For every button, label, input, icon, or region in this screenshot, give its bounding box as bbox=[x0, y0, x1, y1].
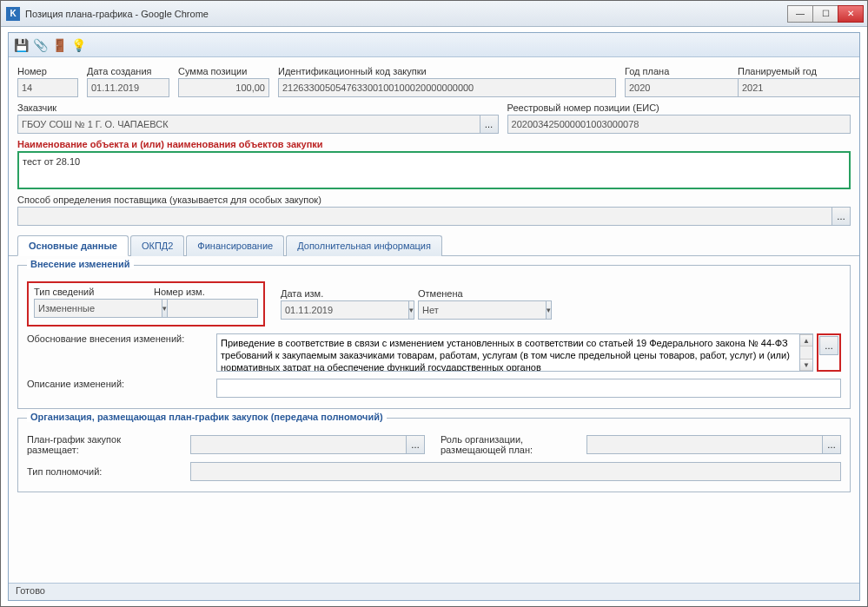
changes-group-title: Внесение изменений bbox=[27, 259, 134, 269]
org-role-lookup-button[interactable]: … bbox=[822, 435, 841, 454]
sum-label: Сумма позиции bbox=[178, 66, 269, 76]
desc-label: Описание изменений: bbox=[27, 379, 124, 389]
org-role-field[interactable] bbox=[586, 435, 823, 454]
regnum-label: Реестровый номер позиции (ЕИС) bbox=[507, 102, 851, 113]
cancel-field[interactable] bbox=[418, 300, 547, 320]
type-dropdown-icon[interactable]: ▾ bbox=[162, 299, 168, 318]
plan-place-lookup-button[interactable]: … bbox=[406, 435, 425, 454]
plan-year-label: Год плана bbox=[625, 66, 729, 76]
org-role-label: Роль организации, размещающей план: bbox=[441, 434, 533, 455]
number-field[interactable] bbox=[17, 78, 78, 97]
exit-icon[interactable]: 🚪 bbox=[52, 38, 66, 52]
ikz-label: Идентификационный код закупки bbox=[278, 66, 616, 76]
created-field[interactable] bbox=[87, 78, 169, 97]
reason-lookup-button[interactable]: … bbox=[819, 336, 838, 355]
scroll-up-icon[interactable]: ▲ bbox=[800, 334, 812, 346]
reason-field[interactable]: Приведение в соответствие в связи с изме… bbox=[216, 333, 800, 372]
reason-scrollbar[interactable]: ▲ ▼ bbox=[799, 333, 813, 372]
sum-field[interactable] bbox=[178, 78, 269, 97]
ikz-field[interactable] bbox=[278, 78, 616, 97]
status-text: Готово bbox=[16, 585, 45, 596]
plan-year-field[interactable] bbox=[625, 78, 753, 97]
attachment-icon[interactable]: 📎 bbox=[33, 38, 47, 52]
save-icon[interactable]: 💾 bbox=[14, 38, 28, 52]
change-num-field[interactable] bbox=[154, 299, 258, 318]
titlebar: K Позиция плана-графика - Google Chrome … bbox=[1, 1, 867, 27]
reason-label: Обоснование внесения изменений: bbox=[27, 333, 184, 344]
customer-field[interactable] bbox=[17, 115, 480, 134]
created-label: Дата создания bbox=[87, 66, 169, 76]
object-name-field[interactable]: тест от 28.10 bbox=[17, 151, 851, 189]
change-date-field[interactable] bbox=[281, 300, 409, 320]
minimize-button[interactable]: — bbox=[787, 5, 813, 23]
app-icon: K bbox=[6, 7, 20, 21]
org-group-title: Организация, размещающая план-график зак… bbox=[27, 412, 387, 422]
tabs: Основные данные ОКПД2 Финансирование Доп… bbox=[9, 234, 859, 256]
status-bar: Готово bbox=[9, 583, 859, 600]
customer-lookup-button[interactable]: … bbox=[480, 115, 499, 134]
customer-label: Заказчик bbox=[17, 102, 499, 113]
object-name-label: Наименование объекта и (или) наименовани… bbox=[17, 139, 851, 149]
auth-type-label: Тип полномочий: bbox=[27, 466, 102, 477]
cancel-label: Отменена bbox=[418, 288, 514, 299]
number-label: Номер bbox=[17, 66, 78, 76]
tab-okpd2[interactable]: ОКПД2 bbox=[130, 235, 184, 256]
help-icon[interactable]: 💡 bbox=[71, 38, 85, 52]
org-group: Организация, размещающая план-график зак… bbox=[17, 418, 851, 492]
maximize-button[interactable]: ☐ bbox=[812, 5, 838, 23]
tab-main[interactable]: Основные данные bbox=[17, 235, 129, 256]
plan-place-field[interactable] bbox=[190, 435, 407, 454]
tab-additional[interactable]: Дополнительная информация bbox=[286, 235, 442, 256]
tab-finance[interactable]: Финансирование bbox=[186, 235, 284, 256]
toolbar: 💾 📎 🚪 💡 bbox=[9, 33, 859, 57]
changes-group: Внесение изменений Тип сведений ▾ bbox=[17, 265, 851, 409]
change-date-calendar-icon[interactable]: ▾ bbox=[409, 300, 414, 320]
change-num-label: Номер изм. bbox=[154, 287, 258, 297]
supplier-label: Способ определения поставщика (указывает… bbox=[17, 195, 851, 205]
supplier-lookup-button[interactable]: … bbox=[832, 207, 851, 226]
close-button[interactable]: ✕ bbox=[838, 5, 864, 23]
main-window: K Позиция плана-графика - Google Chrome … bbox=[0, 0, 868, 607]
planned-year-label: Планируемый год bbox=[738, 66, 851, 76]
planned-year-field[interactable] bbox=[738, 78, 860, 97]
cancel-dropdown-icon[interactable]: ▾ bbox=[547, 300, 552, 320]
supplier-field[interactable] bbox=[17, 207, 832, 226]
regnum-field[interactable] bbox=[507, 115, 851, 134]
auth-type-field[interactable] bbox=[190, 462, 841, 481]
type-label: Тип сведений bbox=[34, 287, 138, 297]
change-date-label: Дата изм. bbox=[281, 288, 402, 299]
scroll-down-icon[interactable]: ▼ bbox=[800, 359, 812, 371]
type-field[interactable] bbox=[34, 299, 162, 318]
desc-field[interactable] bbox=[216, 379, 841, 398]
window-title: Позиция плана-графика - Google Chrome bbox=[25, 9, 787, 19]
plan-place-label: План-график закупок размещает: bbox=[27, 434, 121, 455]
